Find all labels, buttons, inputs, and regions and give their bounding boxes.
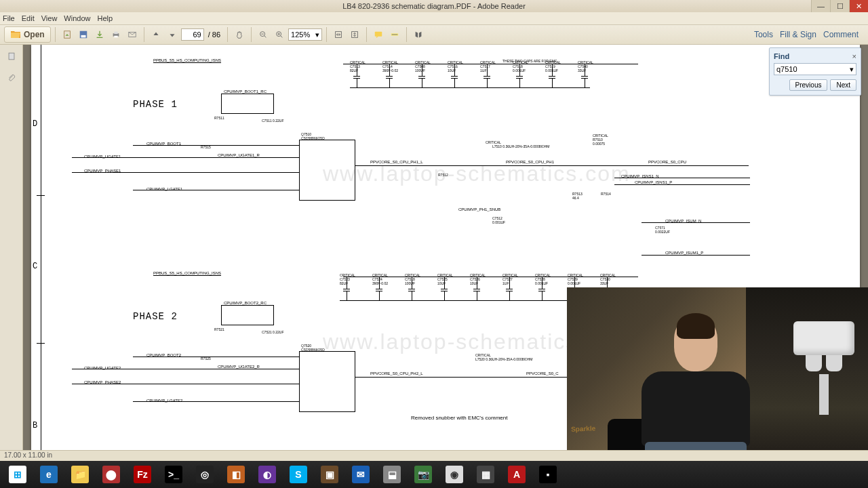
taskbar-start[interactable]: ⊞ <box>3 462 33 487</box>
taskbar-app6[interactable]: ▦ <box>471 462 500 487</box>
cmd-icon: ▪ <box>539 466 557 483</box>
taskbar-adobe[interactable]: A <box>502 462 532 487</box>
find-previous-button[interactable]: Previous <box>789 79 828 91</box>
read-mode-icon[interactable] <box>411 27 426 42</box>
comment-link[interactable]: Comment <box>823 30 859 39</box>
l7520: L7520 0.36UH-20%-35A-0.0008IOHM <box>475 358 533 362</box>
adobe-icon: A <box>508 466 526 483</box>
menu-edit[interactable]: Edit <box>22 14 35 22</box>
taskbar-filezilla[interactable]: Fz <box>127 462 157 487</box>
toolbar: Open / 86 125%▾ Tools Fill & Sign Commen… <box>0 24 868 45</box>
taskbar-ie[interactable]: e <box>34 462 64 487</box>
ppvcore-ph1-l: PPVCORE_S0_CPU_PH1_L <box>370 160 423 164</box>
taskbar-cam[interactable]: 📷 <box>408 462 438 487</box>
page-down-icon[interactable] <box>165 27 180 42</box>
page-number-input[interactable] <box>181 28 204 41</box>
phase2-label: PHASE 2 <box>133 311 178 322</box>
page-up-icon[interactable] <box>149 27 163 42</box>
cap-val: 1UF <box>480 69 486 73</box>
menu-window[interactable]: Window <box>64 14 90 22</box>
find-panel: Find × q7510 ▾ Previous Next <box>769 47 861 96</box>
export-icon[interactable] <box>92 27 107 42</box>
obs-icon: ◎ <box>196 466 214 483</box>
open-button[interactable]: Open <box>4 26 51 43</box>
phase1-label: PHASE 1 <box>133 99 178 110</box>
titlebar: LB4 820-2936 schematic diagram.PDF - Ado… <box>0 0 868 12</box>
ppvcore-s0-c: PPVCORE_S0_C <box>526 371 559 375</box>
create-pdf-icon[interactable] <box>60 27 75 42</box>
minimize-button[interactable]: — <box>811 0 830 12</box>
boot1-rc: CPUIMVP_BOOT1_RC <box>224 89 267 94</box>
terminal-icon: >_ <box>165 466 182 483</box>
maximize-button[interactable]: ☐ <box>830 0 849 12</box>
menu-view[interactable]: View <box>41 14 58 22</box>
r7514: R7514 <box>601 192 611 197</box>
find-close-icon[interactable]: × <box>852 52 856 60</box>
find-input[interactable]: q7510 ▾ <box>774 63 856 75</box>
c7521: C7521 0.22UF <box>262 331 284 335</box>
taskbar-tb[interactable]: ✉ <box>346 462 376 487</box>
zoom-out-icon[interactable] <box>256 27 271 42</box>
ppvcore-ph2-l: PPVCORE_S0_CPU_PH2_L <box>370 371 423 375</box>
ppbus-net2: PPBUS_S5_HS_COMPUTING_ISNS <box>153 271 221 275</box>
zoom-in-icon[interactable] <box>272 27 287 42</box>
attachments-icon[interactable] <box>4 70 19 85</box>
ppvcore-cpu: PPVCORE_S0_CPU <box>648 160 686 164</box>
highlight-icon[interactable] <box>387 27 402 42</box>
caps-note: THESE TWO CAPS ARE FOR EMC <box>502 60 557 64</box>
fill-sign-link[interactable]: Fill & Sign <box>780 30 816 39</box>
comment-tool-icon[interactable] <box>371 27 386 42</box>
taskbar-app5[interactable]: ⬓ <box>377 462 407 487</box>
taskbar-app4[interactable]: ▣ <box>315 462 344 487</box>
ph1-snub: CPUIMVP_PH1_SNUB <box>458 207 500 211</box>
grid-row-b: B <box>33 421 37 430</box>
cam-icon: 📷 <box>414 466 432 483</box>
taskbar-chrome[interactable]: ◉ <box>439 462 469 487</box>
close-button[interactable]: ✕ <box>849 0 868 12</box>
r7512: R7512 <box>438 174 448 178</box>
person <box>635 317 757 460</box>
fit-width-icon[interactable] <box>331 27 346 42</box>
taskbar-skype[interactable]: S <box>283 462 313 487</box>
tb-icon: ✉ <box>352 466 370 483</box>
taskbar-app1[interactable]: ⬤ <box>96 462 126 487</box>
boot2-rc: CPUIMVP_BOOT2_RC <box>224 301 267 305</box>
taskbar-cmd[interactable]: ▪ <box>533 462 563 487</box>
taskbar-explorer[interactable]: 📁 <box>65 462 95 487</box>
ppbus-net: PPBUS_S5_HS_COMPUTING_ISNS <box>153 58 221 62</box>
zoom-select[interactable]: 125%▾ <box>288 28 322 41</box>
find-query-text: q7510 <box>776 65 797 73</box>
app5-icon: ⬓ <box>383 466 401 483</box>
r7511: R7511 <box>214 117 224 121</box>
taskbar-obs[interactable]: ◎ <box>190 462 220 487</box>
ugate1: CPUIMVP_UGATE1 <box>84 155 121 159</box>
tools-link[interactable]: Tools <box>754 30 773 39</box>
save-icon[interactable] <box>76 27 91 42</box>
r7521: R7521 <box>214 328 224 332</box>
page-total: / 86 <box>205 30 223 39</box>
c7512: C7512 0.001UF <box>492 217 505 224</box>
q7510: Q7510 CSD58866Q5D <box>301 133 325 140</box>
thumbnails-icon[interactable] <box>4 49 19 64</box>
hand-tool-icon[interactable] <box>232 27 247 42</box>
taskbar-terminal[interactable]: >_ <box>159 462 189 487</box>
webcam-overlay: Sparkle <box>567 287 868 460</box>
c7571: C7571 0.0022UF <box>655 226 670 234</box>
svg-rect-11 <box>375 32 382 37</box>
grid-row-d: D <box>33 119 37 129</box>
email-icon[interactable] <box>125 27 140 42</box>
zoom-value: 125% <box>291 30 310 39</box>
right-panel-links: Tools Fill & Sign Comment <box>754 30 864 39</box>
taskbar-app2[interactable]: ◧ <box>221 462 251 487</box>
explorer-icon: 📁 <box>71 466 89 483</box>
separator <box>251 27 252 42</box>
taskbar-app3[interactable]: ◐ <box>252 462 282 487</box>
find-title: Find <box>774 52 789 60</box>
ppvcore-ph1: PPVCORE_S0_CPU_PH1 <box>506 160 554 164</box>
cap-val: 390P-0.02 <box>372 282 388 286</box>
menu-help[interactable]: Help <box>97 14 113 22</box>
print-icon[interactable] <box>108 27 123 42</box>
menu-file[interactable]: File <box>3 14 15 22</box>
find-next-button[interactable]: Next <box>830 79 856 91</box>
fit-page-icon[interactable] <box>347 27 362 42</box>
